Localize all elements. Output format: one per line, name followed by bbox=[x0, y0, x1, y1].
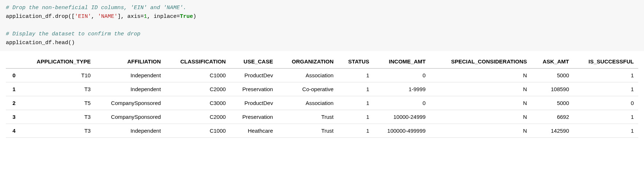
cell: 0 bbox=[574, 96, 638, 110]
cell: ProductDev bbox=[230, 69, 278, 82]
cell: 1 bbox=[338, 110, 374, 124]
col-header: AFFILIATION bbox=[95, 55, 165, 69]
code-comment: # Display the dataset to confirm the dro… bbox=[6, 31, 140, 37]
col-header: ASK_AMT bbox=[531, 55, 574, 69]
cell: 1 bbox=[574, 82, 638, 96]
cell: 142590 bbox=[531, 124, 574, 138]
cell: Preservation bbox=[230, 110, 278, 124]
code-punct: . bbox=[52, 40, 55, 46]
cell: 1 bbox=[338, 96, 374, 110]
cell: ProductDev bbox=[230, 96, 278, 110]
cell: C3000 bbox=[165, 96, 230, 110]
cell: 1 bbox=[574, 124, 638, 138]
cell: C1000 bbox=[165, 69, 230, 82]
dataframe-table: APPLICATION_TYPE AFFILIATION CLASSIFICAT… bbox=[6, 55, 638, 138]
row-index: 1 bbox=[6, 82, 20, 96]
cell: N bbox=[430, 110, 531, 124]
row-index: 2 bbox=[6, 96, 20, 110]
code-bool: True bbox=[180, 13, 193, 20]
cell: C1000 bbox=[165, 124, 230, 138]
cell: 1 bbox=[338, 82, 374, 96]
cell: 1 bbox=[338, 124, 374, 138]
code-string: 'EIN' bbox=[75, 13, 91, 20]
col-header: USE_CASE bbox=[230, 55, 278, 69]
cell: Association bbox=[278, 69, 338, 82]
col-header: CLASSIFICATION bbox=[165, 55, 230, 69]
cell: 5000 bbox=[531, 96, 574, 110]
col-header: STATUS bbox=[338, 55, 374, 69]
cell: T3 bbox=[20, 82, 95, 96]
cell: 10000-24999 bbox=[374, 110, 430, 124]
code-cell: # Drop the non-beneficial ID columns, 'E… bbox=[0, 0, 644, 51]
cell: C2000 bbox=[165, 82, 230, 96]
cell: CompanySponsored bbox=[95, 110, 165, 124]
cell: Association bbox=[278, 96, 338, 110]
table-row: 1 T3 Independent C2000 Preservation Co-o… bbox=[6, 82, 638, 96]
cell: 6692 bbox=[531, 110, 574, 124]
code-bracket: ] bbox=[117, 13, 121, 20]
code-bracket: [ bbox=[71, 13, 75, 20]
cell: 100000-499999 bbox=[374, 124, 430, 138]
code-punct: . bbox=[52, 13, 55, 20]
cell: 0 bbox=[374, 69, 430, 82]
code-punct: = bbox=[176, 13, 180, 20]
cell: 1-9999 bbox=[374, 82, 430, 96]
cell: N bbox=[430, 69, 531, 82]
code-identifier: application_df bbox=[6, 40, 52, 46]
cell: N bbox=[430, 82, 531, 96]
cell: T3 bbox=[20, 124, 95, 138]
code-number: 1 bbox=[144, 13, 147, 20]
col-header: APPLICATION_TYPE bbox=[20, 55, 95, 69]
code-method: drop bbox=[55, 13, 68, 20]
code-paren: ) bbox=[193, 13, 196, 20]
table-header-row: APPLICATION_TYPE AFFILIATION CLASSIFICAT… bbox=[6, 55, 638, 69]
cell: CompanySponsored bbox=[95, 96, 165, 110]
cell: N bbox=[430, 96, 531, 110]
cell: 1 bbox=[574, 69, 638, 82]
cell: Independent bbox=[95, 82, 165, 96]
code-punct: , bbox=[147, 13, 154, 20]
output-area: APPLICATION_TYPE AFFILIATION CLASSIFICAT… bbox=[0, 51, 644, 141]
cell: 108590 bbox=[531, 82, 574, 96]
cell: T3 bbox=[20, 110, 95, 124]
code-comment: # Drop the non-beneficial ID columns, 'E… bbox=[6, 5, 186, 11]
cell: 1 bbox=[574, 110, 638, 124]
table-row: 3 T3 CompanySponsored C2000 Preservation… bbox=[6, 110, 638, 124]
row-index: 3 bbox=[6, 110, 20, 124]
col-header: IS_SUCCESSFUL bbox=[574, 55, 638, 69]
code-punct: , bbox=[121, 13, 127, 20]
cell: T10 bbox=[20, 69, 95, 82]
col-header: ORGANIZATION bbox=[278, 55, 338, 69]
cell: 0 bbox=[374, 96, 430, 110]
code-identifier: application_df bbox=[6, 13, 52, 20]
code-paren: ( bbox=[68, 13, 71, 20]
cell: Independent bbox=[95, 124, 165, 138]
cell: Co-operative bbox=[278, 82, 338, 96]
cell: T5 bbox=[20, 96, 95, 110]
table-row: 4 T3 Independent C1000 Heathcare Trust 1… bbox=[6, 124, 638, 138]
index-corner bbox=[6, 55, 20, 69]
cell: Heathcare bbox=[230, 124, 278, 138]
cell: 1 bbox=[338, 69, 374, 82]
cell: Preservation bbox=[230, 82, 278, 96]
code-punct: = bbox=[140, 13, 144, 20]
code-paren: ( bbox=[68, 40, 71, 46]
cell: N bbox=[430, 124, 531, 138]
cell: Trust bbox=[278, 124, 338, 138]
cell: Independent bbox=[95, 69, 165, 82]
table-row: 2 T5 CompanySponsored C3000 ProductDev A… bbox=[6, 96, 638, 110]
row-index: 0 bbox=[6, 69, 20, 82]
cell: 5000 bbox=[531, 69, 574, 82]
table-row: 0 T10 Independent C1000 ProductDev Assoc… bbox=[6, 69, 638, 82]
row-index: 4 bbox=[6, 124, 20, 138]
code-string: 'NAME' bbox=[98, 13, 117, 20]
col-header: SPECIAL_CONSIDERATIONS bbox=[430, 55, 531, 69]
code-kwarg: axis bbox=[127, 13, 140, 20]
col-header: INCOME_AMT bbox=[374, 55, 430, 69]
cell: Trust bbox=[278, 110, 338, 124]
code-method: head bbox=[55, 40, 68, 46]
cell: C2000 bbox=[165, 110, 230, 124]
code-punct: , bbox=[91, 13, 98, 20]
code-paren: ) bbox=[71, 40, 75, 46]
code-kwarg: inplace bbox=[154, 13, 176, 20]
